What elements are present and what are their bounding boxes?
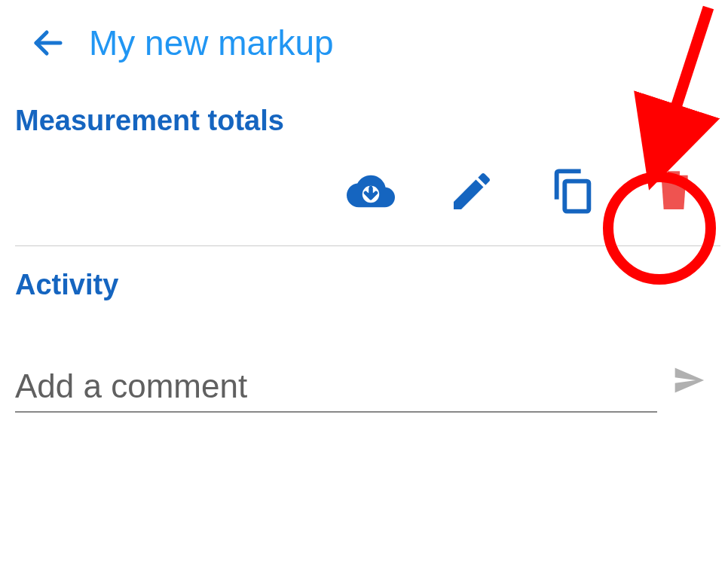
svg-rect-3 bbox=[369, 187, 372, 196]
copy-button[interactable] bbox=[549, 167, 597, 215]
markup-title[interactable]: My new markup bbox=[89, 23, 334, 63]
edit-button[interactable] bbox=[448, 167, 496, 215]
back-arrow-icon bbox=[30, 25, 66, 61]
back-button[interactable] bbox=[30, 25, 66, 61]
svg-rect-4 bbox=[564, 181, 589, 212]
panel-header: My new markup bbox=[0, 0, 728, 78]
send-icon bbox=[672, 364, 705, 397]
pencil-icon bbox=[448, 167, 496, 215]
send-comment-button[interactable] bbox=[672, 364, 705, 397]
trash-icon bbox=[650, 167, 698, 215]
activity-title: Activity bbox=[0, 246, 728, 316]
measurement-section-header[interactable]: Measurement totals bbox=[0, 78, 728, 145]
download-button[interactable] bbox=[347, 167, 395, 215]
chevron-down-icon bbox=[656, 106, 683, 133]
copy-icon bbox=[549, 167, 597, 215]
measurement-title: Measurement totals bbox=[15, 105, 284, 137]
comment-row bbox=[0, 316, 728, 420]
cloud-download-icon bbox=[347, 167, 395, 215]
delete-button[interactable] bbox=[650, 167, 698, 215]
comment-input[interactable] bbox=[15, 361, 657, 413]
action-toolbar bbox=[0, 145, 728, 245]
measurement-collapse-toggle[interactable] bbox=[656, 106, 683, 136]
